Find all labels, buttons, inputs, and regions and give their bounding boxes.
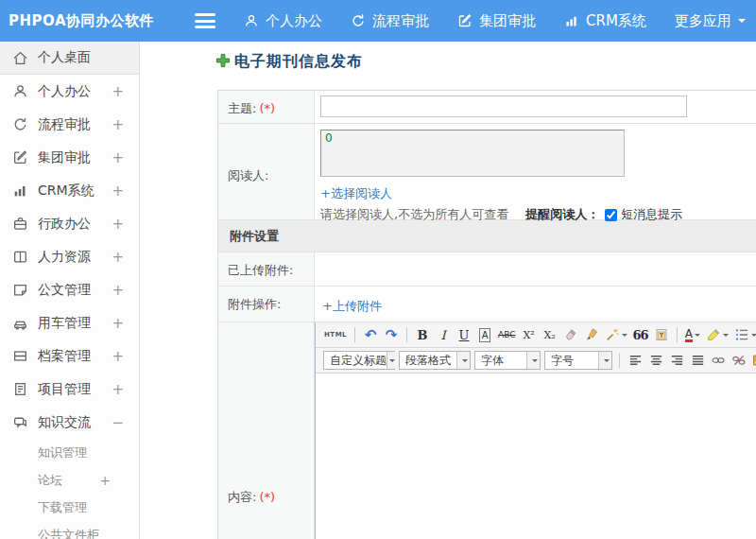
insert-image-icon[interactable] xyxy=(750,351,756,371)
required-mark: (*) xyxy=(259,101,275,115)
publish-form: 主题:(*) 阅读人: 0 +选择阅读人 请选择阅读人,不选为所有人可查看 提醒… xyxy=(217,90,756,539)
highlight-color-button[interactable] xyxy=(704,325,730,345)
sidebar-item-hr[interactable]: 人力资源 + xyxy=(0,240,139,273)
auto-typeset-wand-icon[interactable] xyxy=(603,325,629,345)
blockquote-button[interactable]: 66 xyxy=(631,325,650,345)
redo-icon[interactable]: ↷ xyxy=(382,325,401,345)
align-center-button[interactable] xyxy=(646,351,665,371)
align-left-button[interactable] xyxy=(626,351,644,371)
ordered-list-button[interactable] xyxy=(732,325,756,345)
font-color-button[interactable]: A xyxy=(683,325,702,345)
bold-button[interactable]: B xyxy=(413,325,432,345)
sidebar-subitem-forum[interactable]: 论坛 + xyxy=(0,466,139,494)
sidebar-item-admin-office[interactable]: 行政办公 + xyxy=(0,207,139,240)
strikethrough-button[interactable]: ABC xyxy=(496,325,517,345)
nav-flow-approval[interactable]: 流程审批 xyxy=(351,12,429,30)
sms-remind-label: 短消息提示 xyxy=(621,206,682,223)
edit-square-icon xyxy=(12,149,28,165)
attachment-actions-row: 附件操作: +上传附件 xyxy=(218,287,756,322)
caret-down-icon xyxy=(751,334,756,339)
briefcase-icon xyxy=(12,216,28,232)
remind-readers-label: 提醒阅读人： xyxy=(525,206,599,223)
select-readers-link[interactable]: +选择阅读人 xyxy=(320,186,392,200)
html-source-button[interactable]: HTML xyxy=(322,325,349,345)
inline-style-button[interactable]: A xyxy=(475,325,494,345)
font-family-select[interactable]: 字体 xyxy=(474,351,541,370)
align-right-button[interactable] xyxy=(667,351,686,371)
remove-link-icon[interactable] xyxy=(730,351,748,371)
home-icon xyxy=(12,50,28,66)
paste-plain-icon[interactable] xyxy=(652,325,671,345)
upload-attachment-link[interactable]: +上传附件 xyxy=(322,299,382,313)
format-brush-icon[interactable] xyxy=(582,325,601,345)
italic-button[interactable]: I xyxy=(434,325,453,345)
readers-textarea[interactable]: 0 xyxy=(320,130,625,177)
caret-down-icon xyxy=(723,334,729,339)
justify-button[interactable] xyxy=(688,351,707,371)
document-icon xyxy=(12,282,28,298)
top-nav: 个人办公 流程审批 集团审批 CRM系统 更多应用 xyxy=(244,12,746,30)
main-content: 电子期刊信息发布 主题:(*) 阅读人: 0 +选择阅读人 请选择阅读人, xyxy=(140,42,756,539)
bar-chart-icon xyxy=(12,183,28,199)
caret-down-icon xyxy=(695,334,700,339)
custom-heading-select[interactable]: 自定义标题 xyxy=(323,351,395,370)
undo-icon[interactable]: ↶ xyxy=(361,325,380,345)
sidebar-item-crm[interactable]: CRM系统 + xyxy=(0,174,139,207)
editor-content-area[interactable] xyxy=(316,374,756,539)
project-board-icon xyxy=(12,381,28,397)
app-title: PHPOA协同办公软件 xyxy=(0,12,181,30)
chat-bubbles-icon xyxy=(12,414,28,430)
flow-cycle-icon xyxy=(12,116,28,132)
sidebar-subitem-knowledge-mgmt[interactable]: 知识管理 xyxy=(0,439,139,466)
readers-label: 阅读人: xyxy=(228,168,268,183)
required-mark: (*) xyxy=(259,490,275,504)
sidebar-item-flow-approval[interactable]: 流程审批 + xyxy=(0,108,139,141)
person-icon xyxy=(12,83,28,99)
editor-toolbar-row1: HTML ↶ ↷ B I U A ABC X² X₂ xyxy=(316,322,756,348)
uploaded-attachments-empty xyxy=(315,252,756,286)
sidebar-item-knowledge[interactable]: 知识交流 − xyxy=(0,406,139,439)
caret-down-icon xyxy=(738,19,746,26)
menu-icon[interactable] xyxy=(195,13,215,28)
remove-format-eraser-icon[interactable] xyxy=(561,325,580,345)
nav-group-approval[interactable]: 集团审批 xyxy=(457,12,536,30)
paragraph-format-select[interactable]: 段落格式 xyxy=(399,351,471,370)
sidebar-item-documents[interactable]: 公文管理 + xyxy=(0,273,139,306)
nav-crm[interactable]: CRM系统 xyxy=(564,12,646,30)
bar-chart-icon xyxy=(564,13,579,28)
subject-label: 主题: xyxy=(228,101,256,115)
app-header: PHPOA协同办公软件 个人办公 流程审批 集团审批 CRM系统 更多应用 xyxy=(0,0,756,42)
underline-button[interactable]: U xyxy=(455,325,473,345)
sms-remind-checkbox[interactable] xyxy=(605,209,617,221)
subscript-button[interactable]: X₂ xyxy=(541,325,559,345)
editor-toolbar-row2: 自定义标题 段落格式 字体 字号 xyxy=(316,348,756,374)
sidebar-item-personal-office[interactable]: 个人办公 + xyxy=(0,75,139,108)
subject-input[interactable] xyxy=(320,96,687,117)
car-icon xyxy=(12,315,28,331)
sidebar-item-projects[interactable]: 项目管理 + xyxy=(0,373,139,406)
page-title: 电子期刊信息发布 xyxy=(215,52,363,72)
sidebar-item-group-approval[interactable]: 集团审批 + xyxy=(0,141,139,174)
nav-more-apps[interactable]: 更多应用 xyxy=(675,12,746,30)
flow-cycle-icon xyxy=(351,13,366,28)
readers-hint: 请选择阅读人,不选为所有人可查看 xyxy=(320,206,508,223)
sidebar-item-archives[interactable]: 档案管理 + xyxy=(0,339,139,373)
superscript-button[interactable]: X² xyxy=(520,325,539,345)
sidebar-subitem-downloads[interactable]: 下载管理 xyxy=(0,494,139,521)
sidebar-subitem-public-files[interactable]: 公共文件柜 xyxy=(0,521,139,539)
caret-down-icon xyxy=(622,334,627,339)
font-size-select[interactable]: 字号 xyxy=(544,351,612,370)
plus-icon xyxy=(215,53,231,72)
caret-down-icon xyxy=(389,359,395,365)
caret-down-icon xyxy=(532,359,538,365)
insert-link-icon[interactable] xyxy=(709,351,728,371)
sidebar-item-vehicles[interactable]: 用车管理 + xyxy=(0,306,139,339)
nav-personal-office[interactable]: 个人办公 xyxy=(244,12,322,30)
sidebar-item-desktop[interactable]: 个人桌面 xyxy=(0,42,139,75)
content-row: 内容:(*) HTML ↶ ↷ B I U A ABC xyxy=(218,322,756,539)
edit-square-icon xyxy=(457,13,472,28)
uploaded-attachments-row: 已上传附件: xyxy=(218,252,756,287)
archive-icon xyxy=(12,348,28,364)
readers-row: 阅读人: 0 +选择阅读人 请选择阅读人,不选为所有人可查看 提醒阅读人： 短消… xyxy=(218,124,756,220)
attach-op-label: 附件操作: xyxy=(228,297,281,311)
